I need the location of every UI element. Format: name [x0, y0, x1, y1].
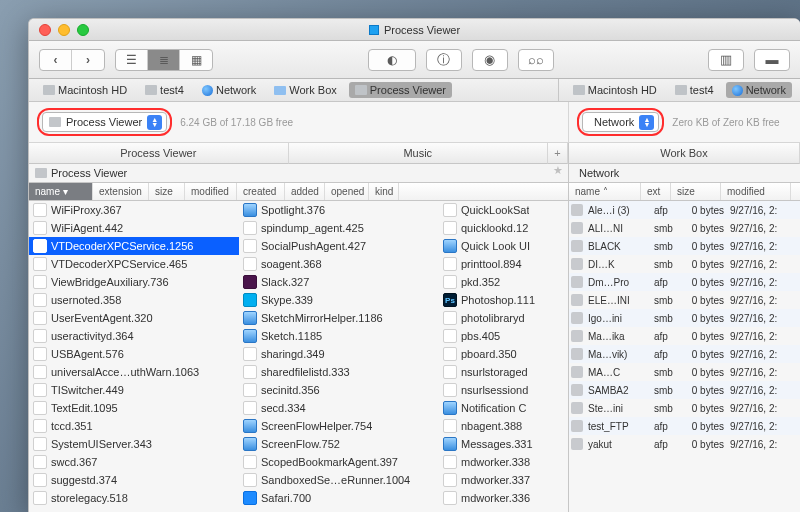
path-crumb[interactable]: Work Box	[268, 82, 342, 98]
quicklook-button[interactable]: ◉	[472, 49, 508, 71]
column-header[interactable]: opened	[325, 183, 369, 200]
close-button[interactable]	[39, 24, 51, 36]
network-row[interactable]: DI…Ksmb0 bytes9/27/16, 2:	[569, 255, 800, 273]
file-row[interactable]: VTDecoderXPCService.465	[29, 255, 239, 273]
nav-back-forward[interactable]: ‹ ›	[39, 49, 105, 71]
file-row[interactable]: mdworker.338	[439, 453, 568, 471]
file-list-right[interactable]: Ale…i (3)afp0 bytes9/27/16, 2:ALI…NIsmb0…	[569, 201, 800, 453]
file-row[interactable]: nbagent.388	[439, 417, 568, 435]
file-row[interactable]: quicklookd.12	[439, 219, 568, 237]
file-row[interactable]: printtool.894	[439, 255, 568, 273]
network-row[interactable]: Igo…inismb0 bytes9/27/16, 2:	[569, 309, 800, 327]
column-header[interactable]: name ˄	[569, 183, 641, 200]
path-crumb[interactable]: Network	[196, 82, 262, 98]
file-row[interactable]: SandboxedSe…eRunner.1004	[239, 471, 439, 489]
location-popup-right[interactable]: Network ▲▼	[582, 112, 659, 132]
network-row[interactable]: SAMBA2smb0 bytes9/27/16, 2:	[569, 381, 800, 399]
file-row[interactable]: sharedfilelistd.333	[239, 363, 439, 381]
binoculars-button[interactable]: ⌕⌕	[518, 49, 554, 71]
toggle-hidden[interactable]: ◐	[368, 49, 416, 71]
file-row[interactable]: TextEdit.1095	[29, 399, 239, 417]
back-button[interactable]: ‹	[40, 50, 72, 70]
file-row[interactable]: ViewBridgeAuxiliary.736	[29, 273, 239, 291]
path-crumb[interactable]: test4	[669, 82, 720, 98]
file-row[interactable]: ScopedBookmarkAgent.397	[239, 453, 439, 471]
column-header[interactable]: ext	[641, 183, 671, 200]
file-row[interactable]: Spotlight.376	[239, 201, 439, 219]
file-row[interactable]: sharingd.349	[239, 345, 439, 363]
file-row[interactable]: suggestd.374	[29, 471, 239, 489]
file-row[interactable]: nsurlstoraged	[439, 363, 568, 381]
file-row[interactable]: Quick Look UI	[439, 237, 568, 255]
column-header[interactable]: extension	[93, 183, 149, 200]
column-header[interactable]: name ▾	[29, 183, 93, 200]
view-icon-mode[interactable]: ☰	[116, 50, 148, 70]
network-row[interactable]: Ste…inismb0 bytes9/27/16, 2:	[569, 399, 800, 417]
file-row[interactable]: nsurlsessiond	[439, 381, 568, 399]
forward-button[interactable]: ›	[72, 50, 104, 70]
network-row[interactable]: Ma…vik)afp0 bytes9/27/16, 2:	[569, 345, 800, 363]
minimize-button[interactable]	[58, 24, 70, 36]
info-button[interactable]: ⓘ	[426, 49, 462, 71]
file-row[interactable]: Safari.700	[239, 489, 439, 507]
device-button[interactable]: ▬	[754, 49, 790, 71]
file-row[interactable]: Messages.331	[439, 435, 568, 453]
file-row[interactable]: mdworker.336	[439, 489, 568, 507]
file-row[interactable]: WiFiAgent.442	[29, 219, 239, 237]
column-header[interactable]: size	[671, 183, 721, 200]
file-row[interactable]: secinitd.356	[239, 381, 439, 399]
file-row[interactable]: universalAcce…uthWarn.1063	[29, 363, 239, 381]
file-row[interactable]: USBAgent.576	[29, 345, 239, 363]
path-crumb[interactable]: Process Viewer	[349, 82, 452, 98]
network-row[interactable]: ELE…INIsmb0 bytes9/27/16, 2:	[569, 291, 800, 309]
view-mode-segment[interactable]: ☰ ≣ ▦	[115, 49, 213, 71]
file-row[interactable]: pboard.350	[439, 345, 568, 363]
file-row[interactable]: useractivityd.364	[29, 327, 239, 345]
column-header[interactable]: kind	[369, 183, 399, 200]
tab-music[interactable]: Music	[289, 143, 549, 164]
file-row[interactable]: PsPhotoshop.111	[439, 291, 568, 309]
file-row[interactable]: VTDecoderXPCService.1256	[29, 237, 239, 255]
path-crumb[interactable]: Macintosh HD	[37, 82, 133, 98]
file-row[interactable]: photolibraryd	[439, 309, 568, 327]
file-row[interactable]: Sketch.1185	[239, 327, 439, 345]
path-crumb[interactable]: Network	[726, 82, 792, 98]
column-settings-button[interactable]: ▥	[708, 49, 744, 71]
file-row[interactable]: mdworker.337	[439, 471, 568, 489]
network-row[interactable]: Ma…ikaafp0 bytes9/27/16, 2:	[569, 327, 800, 345]
file-row[interactable]: storelegacy.518	[29, 489, 239, 507]
file-row[interactable]: TISwitcher.449	[29, 381, 239, 399]
file-row[interactable]: SocialPushAgent.427	[239, 237, 439, 255]
network-row[interactable]: Dm…Proafp0 bytes9/27/16, 2:	[569, 273, 800, 291]
location-popup-left[interactable]: Process Viewer ▲▼	[42, 112, 167, 132]
network-row[interactable]: MA…Csmb0 bytes9/27/16, 2:	[569, 363, 800, 381]
file-row[interactable]: Skype.339	[239, 291, 439, 309]
view-list-mode[interactable]: ≣	[148, 50, 180, 70]
file-row[interactable]: ScreenFlowHelper.754	[239, 417, 439, 435]
column-header[interactable]: size	[149, 183, 185, 200]
file-list-left[interactable]: WiFiProxy.367WiFiAgent.442VTDecoderXPCSe…	[29, 201, 568, 512]
file-row[interactable]: usernoted.358	[29, 291, 239, 309]
column-header[interactable]: added	[285, 183, 325, 200]
tab-work-box[interactable]: Work Box	[568, 143, 800, 164]
network-row[interactable]: test_FTPafp0 bytes9/27/16, 2:	[569, 417, 800, 435]
add-tab-button[interactable]: +	[548, 143, 568, 164]
file-row[interactable]: pbs.405	[439, 327, 568, 345]
file-row[interactable]: SketchMirrorHelper.1186	[239, 309, 439, 327]
file-row[interactable]: SystemUIServer.343	[29, 435, 239, 453]
file-row[interactable]: Slack.327	[239, 273, 439, 291]
file-row[interactable]: swcd.367	[29, 453, 239, 471]
file-row[interactable]: WiFiProxy.367	[29, 201, 239, 219]
file-row[interactable]: Notification C	[439, 399, 568, 417]
view-grid-mode[interactable]: ▦	[180, 50, 212, 70]
file-row[interactable]: secd.334	[239, 399, 439, 417]
favorite-star[interactable]: ★	[548, 164, 568, 182]
file-row[interactable]: UserEventAgent.320	[29, 309, 239, 327]
column-header[interactable]: modified	[721, 183, 791, 200]
file-row[interactable]: pkd.352	[439, 273, 568, 291]
file-row[interactable]: ScreenFlow.752	[239, 435, 439, 453]
file-row[interactable]: spindump_agent.425	[239, 219, 439, 237]
network-row[interactable]: ALI…NIsmb0 bytes9/27/16, 2:	[569, 219, 800, 237]
file-row[interactable]: QuickLookSat	[439, 201, 568, 219]
network-row[interactable]: Ale…i (3)afp0 bytes9/27/16, 2:	[569, 201, 800, 219]
